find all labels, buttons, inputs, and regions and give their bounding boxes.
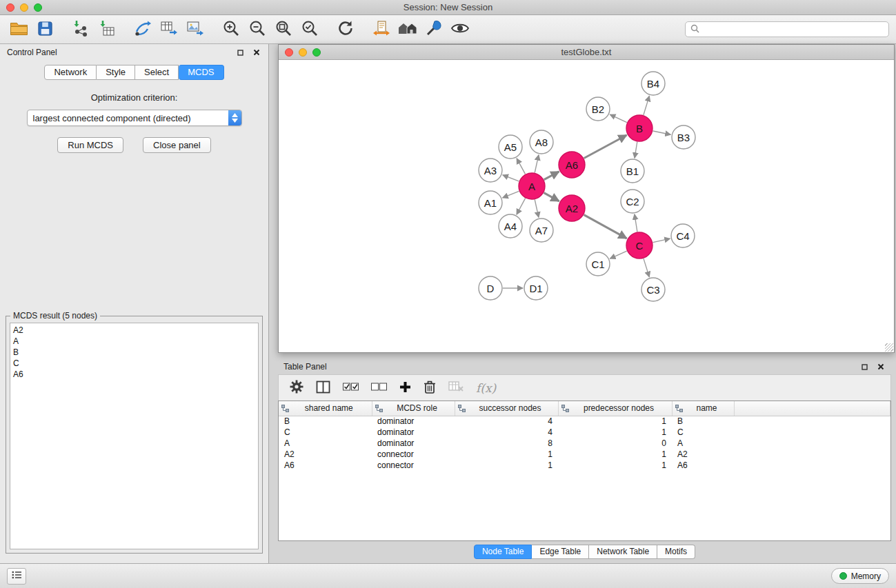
network-node-B3[interactable]: B3: [672, 125, 695, 149]
maximize-network-window-button[interactable]: [312, 48, 321, 57]
deselect-all-rows-button[interactable]: [371, 378, 387, 398]
table-row[interactable]: Cdominator41C: [279, 427, 890, 438]
close-panel-icon[interactable]: [252, 48, 261, 57]
network-node-A2[interactable]: A2: [559, 195, 585, 221]
table-cell[interactable]: A6: [279, 460, 372, 471]
table-cell[interactable]: 4: [455, 427, 558, 438]
network-edge[interactable]: [517, 159, 525, 174]
window-resize-grip[interactable]: [885, 343, 893, 352]
save-session-button[interactable]: [33, 19, 57, 41]
network-edge[interactable]: [653, 131, 671, 134]
delete-rows-button[interactable]: [424, 378, 436, 398]
network-node-A1[interactable]: A1: [479, 191, 502, 214]
network-window-titlebar[interactable]: testGlobe.txt: [279, 45, 894, 60]
table-row[interactable]: A2connector11A2: [279, 449, 890, 460]
maximize-window-button[interactable]: [34, 3, 42, 12]
tab-network-table[interactable]: Network Table: [589, 545, 657, 559]
network-node-D1[interactable]: D1: [524, 276, 548, 300]
table-row[interactable]: A6connector11A6: [279, 460, 890, 471]
network-edge[interactable]: [635, 214, 637, 232]
table-cell[interactable]: A: [672, 438, 734, 449]
table-row[interactable]: Adominator80A: [279, 438, 890, 449]
open-session-button[interactable]: [7, 19, 30, 41]
column-header-name[interactable]: name: [672, 401, 734, 416]
tab-network[interactable]: Network: [44, 65, 97, 80]
refresh-view-button[interactable]: [334, 19, 357, 41]
network-edge[interactable]: [503, 191, 519, 198]
zoom-fit-button[interactable]: [272, 19, 295, 41]
add-row-button[interactable]: [399, 378, 411, 398]
criterion-dropdown[interactable]: largest connected component (directed): [27, 110, 242, 126]
network-node-B2[interactable]: B2: [586, 97, 610, 121]
panel-menu-button[interactable]: [7, 568, 26, 585]
zoom-selected-button[interactable]: [298, 19, 321, 41]
table-cell[interactable]: 4: [455, 416, 558, 427]
network-edge[interactable]: [644, 258, 649, 277]
import-network-button[interactable]: [69, 19, 92, 41]
run-mcds-button[interactable]: Run MCDS: [57, 137, 123, 153]
minimize-window-button[interactable]: [20, 3, 28, 12]
float-panel-icon[interactable]: [235, 48, 245, 57]
tab-select[interactable]: Select: [135, 65, 179, 80]
network-edge[interactable]: [544, 172, 559, 180]
network-edge[interactable]: [644, 96, 650, 115]
network-node-C1[interactable]: C1: [586, 252, 610, 276]
select-all-rows-button[interactable]: [343, 378, 359, 398]
table-cell[interactable]: 1: [558, 416, 672, 427]
network-node-A5[interactable]: A5: [499, 135, 522, 159]
table-settings-button[interactable]: [290, 378, 303, 398]
table-cell[interactable]: connector: [372, 460, 455, 471]
new-network-button[interactable]: [131, 19, 155, 41]
search-field[interactable]: [685, 21, 889, 37]
tab-motifs[interactable]: Motifs: [657, 545, 695, 559]
close-window-button[interactable]: [6, 3, 14, 12]
network-node-C2[interactable]: C2: [621, 190, 644, 213]
table-cell[interactable]: A2: [279, 449, 372, 460]
tab-edge-table[interactable]: Edge Table: [532, 545, 589, 559]
style-wizard-button[interactable]: [422, 19, 446, 41]
table-cell[interactable]: C: [672, 427, 734, 438]
tab-style[interactable]: Style: [97, 65, 135, 80]
result-item[interactable]: A6: [13, 369, 255, 380]
function-builder-button[interactable]: f(x): [476, 378, 496, 398]
table-cell[interactable]: connector: [372, 449, 455, 460]
network-node-A3[interactable]: A3: [479, 159, 502, 182]
table-row[interactable]: Bdominator41B: [279, 416, 890, 427]
network-node-A[interactable]: A: [519, 173, 545, 199]
network-node-C4[interactable]: C4: [671, 224, 695, 247]
result-item[interactable]: A2: [13, 325, 255, 336]
network-node-D[interactable]: D: [479, 276, 502, 300]
network-edge[interactable]: [610, 114, 627, 123]
network-edge[interactable]: [584, 135, 627, 158]
column-header-MCDS-role[interactable]: MCDS role: [372, 401, 455, 416]
table-cell[interactable]: 1: [558, 427, 672, 438]
table-cell[interactable]: A6: [672, 460, 734, 471]
close-network-window-button[interactable]: [285, 48, 293, 57]
table-cell[interactable]: dominator: [372, 416, 455, 427]
zoom-in-button[interactable]: [219, 19, 243, 41]
table-cell[interactable]: 1: [558, 449, 672, 460]
first-neighbors-button[interactable]: [370, 19, 393, 41]
network-edge[interactable]: [584, 215, 627, 239]
column-header-successor-nodes[interactable]: successor nodes: [455, 401, 558, 416]
home-button[interactable]: [396, 19, 419, 41]
table-cell[interactable]: 1: [558, 460, 672, 471]
node-table-container[interactable]: shared nameMCDS rolesuccessor nodesprede…: [278, 401, 891, 541]
float-table-panel-icon[interactable]: [859, 362, 869, 372]
mcds-result-list[interactable]: A2ABCA6: [10, 323, 259, 549]
result-item[interactable]: C: [13, 358, 255, 369]
network-view-window[interactable]: testGlobe.txt B4B2BB3A5A8A: [278, 44, 895, 353]
network-node-A6[interactable]: A6: [559, 152, 585, 178]
network-edge[interactable]: [635, 142, 637, 158]
delete-table-button[interactable]: [448, 378, 464, 398]
export-table-button[interactable]: [157, 19, 181, 41]
window-titlebar[interactable]: Session: New Session: [0, 0, 896, 15]
network-node-B1[interactable]: B1: [621, 159, 644, 183]
network-edge[interactable]: [653, 239, 670, 243]
tab-node-table[interactable]: Node Table: [474, 545, 532, 559]
network-edge[interactable]: [544, 193, 559, 201]
network-node-A4[interactable]: A4: [499, 214, 522, 238]
import-table-button[interactable]: [95, 19, 119, 41]
network-edge[interactable]: [503, 175, 519, 181]
network-edge[interactable]: [517, 199, 526, 215]
